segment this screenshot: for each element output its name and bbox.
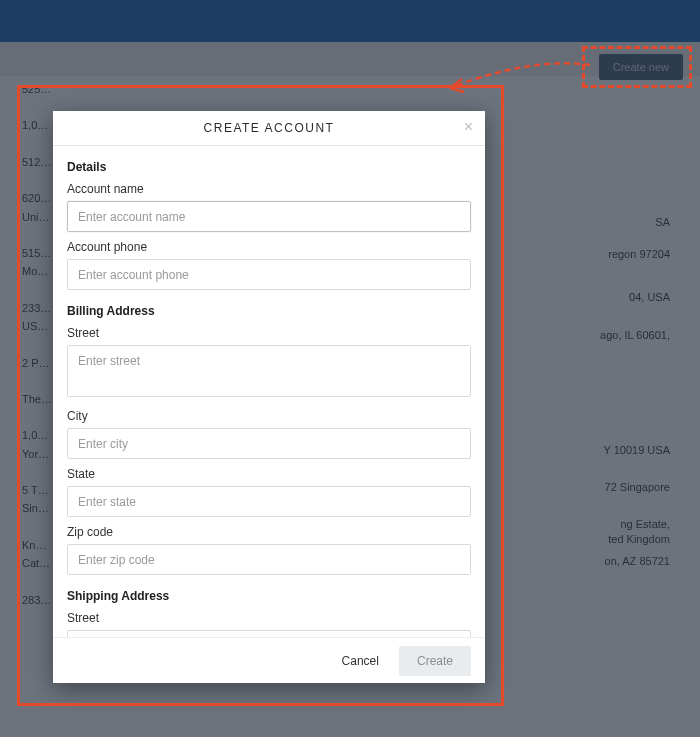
billing-state-input[interactable] <box>67 486 471 517</box>
shipping-street-input[interactable] <box>67 630 471 637</box>
close-icon[interactable]: × <box>464 119 473 135</box>
account-phone-label: Account phone <box>67 240 471 254</box>
modal-body[interactable]: Details Account name Account phone Billi… <box>53 146 485 637</box>
account-name-input[interactable] <box>67 201 471 232</box>
modal-footer: Cancel Create <box>53 637 485 683</box>
billing-street-label: Street <box>67 326 471 340</box>
billing-zip-label: Zip code <box>67 525 471 539</box>
shipping-street-label: Street <box>67 611 471 625</box>
billing-city-input[interactable] <box>67 428 471 459</box>
billing-zip-input[interactable] <box>67 544 471 575</box>
section-title-shipping: Shipping Address <box>67 589 471 603</box>
section-title-details: Details <box>67 160 471 174</box>
billing-city-label: City <box>67 409 471 423</box>
cancel-button[interactable]: Cancel <box>334 648 387 674</box>
account-name-label: Account name <box>67 182 471 196</box>
create-button[interactable]: Create <box>399 646 471 676</box>
app-topbar <box>0 0 700 42</box>
modal-title: CREATE ACCOUNT <box>53 111 485 146</box>
billing-street-input[interactable] <box>67 345 471 397</box>
create-account-modal: CREATE ACCOUNT × Details Account name Ac… <box>53 111 485 683</box>
modal-header: CREATE ACCOUNT × <box>53 111 485 146</box>
section-title-billing: Billing Address <box>67 304 471 318</box>
account-phone-input[interactable] <box>67 259 471 290</box>
billing-state-label: State <box>67 467 471 481</box>
